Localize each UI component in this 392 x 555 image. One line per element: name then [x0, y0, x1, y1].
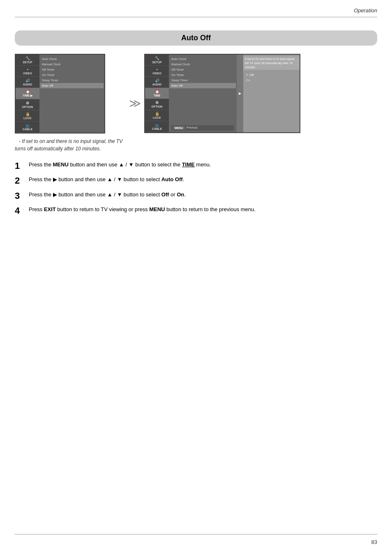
cable-icon: 📺 — [25, 123, 30, 127]
menu-item-sleep-timer: Sleep Timer — [42, 78, 102, 83]
option-off: ✓ Off — [246, 72, 297, 78]
r-menu-auto-off: Auto Off — [170, 83, 236, 88]
setup-icon: 🔧 — [25, 56, 30, 60]
right-menu-sidebar: 🔧 SETUP ▪ VIDEO 🔊 AUDIO ⏰ TIME ⚙ OPT — [145, 55, 169, 132]
r-sidebar-label-audio: AUDIO — [152, 83, 162, 86]
step-1-number: 1 — [15, 161, 24, 171]
audio-icon: 🔊 — [25, 78, 30, 83]
sidebar-item-audio: 🔊 AUDIO — [16, 77, 39, 88]
r-sidebar-label-cable: CABLE — [152, 127, 162, 130]
r-sidebar-item-time: ⏰ TIME — [145, 88, 169, 99]
page-section-label: Operation — [0, 0, 392, 17]
step-1: 1 Press the MENU button and then use ▲ /… — [15, 161, 377, 171]
menu-item-auto-clock: Auto Clock — [42, 56, 102, 62]
right-options-panel: If set to On and there is no input signa… — [243, 55, 300, 132]
left-menu-main: Auto Clock Manual Clock Off Timer On Tim… — [39, 55, 104, 133]
sidebar-item-cable: 📺 CABLE — [16, 122, 39, 133]
r-menu-auto-clock: Auto Clock — [171, 56, 234, 62]
step-2-text: Press the ▶ button and then use ▲ / ▼ bu… — [29, 175, 184, 184]
step-2-number: 2 — [15, 175, 24, 186]
menu-item-manual-clock: Manual Clock — [42, 62, 102, 67]
bottom-divider — [15, 534, 377, 534]
r-audio-icon: 🔊 — [155, 78, 159, 83]
sidebar-label-option: OPTION — [22, 106, 33, 108]
right-menu-mockup: 🔧 SETUP ▪ VIDEO 🔊 AUDIO ⏰ TIME ⚙ OPT — [144, 54, 300, 133]
r-sidebar-item-audio: 🔊 AUDIO — [145, 77, 169, 88]
arrow-icon: ≫ — [126, 97, 144, 110]
sidebar-item-option: ⚙ OPTION — [16, 99, 39, 111]
r-sidebar-label-video: VIDEO — [152, 72, 161, 75]
r-setup-icon: 🔧 — [155, 56, 159, 60]
note-area: - If set to on and there is no input sig… — [15, 138, 126, 152]
r-sidebar-label-time: TIME — [154, 94, 161, 97]
sidebar-label-audio: AUDIO — [23, 83, 32, 86]
previous-label: Previous — [187, 126, 198, 130]
sidebar-item-lock: 🔒 LOCK — [16, 111, 39, 122]
sidebar-item-time: ⏰ TIME ▶ — [16, 88, 39, 99]
option-icon: ⚙ — [26, 101, 29, 105]
step-4-number: 4 — [15, 205, 24, 216]
menu-button: MENU — [173, 126, 185, 130]
r-sidebar-label-setup: SETUP — [152, 61, 161, 64]
menu-item-off-timer: Off Timer — [42, 67, 102, 72]
menu-item-on-timer: On Timer — [42, 72, 102, 78]
r-menu-manual-clock: Manual Clock — [171, 62, 234, 67]
top-divider — [15, 17, 377, 17]
left-menu-mockup: 🔧 SETUP ▪ VIDEO 🔊 AUDIO ⏰ TIME ▶ ⚙ O — [15, 54, 105, 134]
step-1-text: Press the MENU button and then use ▲ / ▼… — [29, 161, 211, 169]
page-title: Auto Off — [15, 30, 377, 46]
r-sidebar-item-option: ⚙ OPTION — [145, 99, 169, 110]
lock-icon: 🔒 — [25, 112, 30, 116]
sidebar-item-video: ▪ VIDEO — [16, 66, 39, 77]
sidebar-label-lock: LOCK — [23, 117, 32, 120]
r-menu-off-timer: Off Timer — [171, 67, 234, 72]
sidebar-label-time: TIME ▶ — [23, 94, 32, 97]
sidebar-label-cable: CABLE — [23, 128, 32, 131]
page-number: 83 — [371, 539, 377, 545]
right-menu-panel3-area: ▶ If set to On and there is no input sig… — [237, 55, 300, 132]
diagrams-area: 🔧 SETUP ▪ VIDEO 🔊 AUDIO ⏰ TIME ▶ ⚙ O — [15, 54, 377, 152]
video-icon: ▪ — [27, 67, 28, 71]
option-on: On — [246, 78, 297, 83]
right-menu-panel2: Auto Clock Manual Clock Off Timer On Tim… — [169, 55, 237, 132]
r-cable-icon: 📺 — [155, 123, 159, 127]
note-text: - If set to on and there is no input sig… — [15, 138, 122, 152]
r-menu-on-timer: On Timer — [171, 72, 234, 78]
r-video-icon: ▪ — [156, 67, 157, 71]
step-4: 4 Press EXIT button to return to TV view… — [15, 205, 377, 216]
r-option-icon: ⚙ — [155, 101, 159, 105]
panel-arrow: ▶ — [237, 55, 243, 132]
menu-item-auto-off: Auto Off — [40, 83, 104, 88]
instructions-area: 1 Press the MENU button and then use ▲ /… — [15, 161, 377, 216]
sidebar-label-setup: SETUP — [23, 61, 32, 64]
r-menu-sleep-timer: Sleep Timer — [171, 78, 234, 83]
sidebar-item-setup: 🔧 SETUP — [16, 55, 39, 66]
step-4-text: Press EXIT button to return to TV viewin… — [29, 205, 256, 214]
left-diagram: 🔧 SETUP ▪ VIDEO 🔊 AUDIO ⏰ TIME ▶ ⚙ O — [15, 54, 126, 152]
step-3: 3 Press the ▶ button and then use ▲ / ▼ … — [15, 191, 377, 201]
right-diagram: 🔧 SETUP ▪ VIDEO 🔊 AUDIO ⏰ TIME ⚙ OPT — [144, 54, 300, 133]
r-sidebar-item-cable: 📺 CABLE — [145, 121, 169, 132]
left-menu-sidebar: 🔧 SETUP ▪ VIDEO 🔊 AUDIO ⏰ TIME ▶ ⚙ O — [16, 55, 39, 133]
r-menu-bottom-bar: MENU Previous — [171, 124, 234, 131]
r-sidebar-item-setup: 🔧 SETUP — [145, 55, 169, 66]
bottom-buttons: MENU Previous — [171, 125, 234, 131]
section-title: Operation — [354, 7, 377, 14]
r-sidebar-item-video: ▪ VIDEO — [145, 66, 169, 77]
r-sidebar-label-lock: LOCK — [153, 116, 161, 119]
time-icon: ⏰ — [25, 90, 30, 94]
step-2: 2 Press the ▶ button and then use ▲ / ▼ … — [15, 175, 377, 186]
r-time-icon: ⏰ — [155, 90, 159, 94]
step-3-number: 3 — [15, 191, 24, 201]
step-3-text: Press the ▶ button and then use ▲ / ▼ bu… — [29, 191, 186, 199]
r-sidebar-label-option: OPTION — [152, 105, 163, 108]
r-lock-icon: 🔒 — [155, 112, 159, 116]
auto-off-header: If set to On and there is no input signa… — [243, 56, 300, 70]
r-sidebar-item-lock: 🔒 LOCK — [145, 110, 169, 121]
sidebar-label-video: VIDEO — [23, 72, 32, 75]
